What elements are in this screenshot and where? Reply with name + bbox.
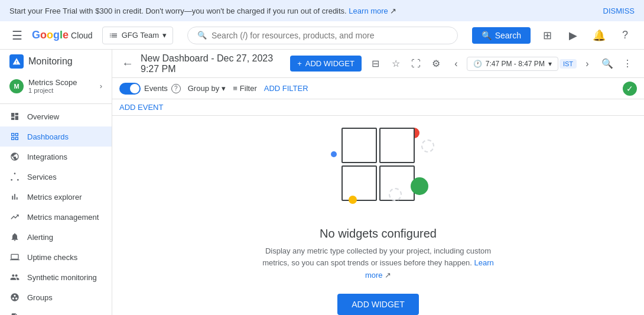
group-by-button[interactable]: Group by ▾ — [188, 84, 226, 93]
monitoring-icon — [9, 54, 24, 69]
status-check-icon: ✓ — [623, 82, 637, 96]
sidebar-item-synthetic-monitoring[interactable]: Synthetic monitoring — [0, 267, 112, 287]
widget-box-2 — [379, 128, 415, 163]
add-filter-button[interactable]: ADD FILTER — [264, 84, 308, 93]
sidebar-item-uptime-checks[interactable]: Uptime checks — [0, 247, 112, 267]
events-bar: Events ? Group by ▾ ≡ Filter ADD FILTER … — [112, 78, 644, 99]
fullscreen-icon[interactable]: ⛶ — [406, 54, 425, 73]
sidebar-item-label: Services — [27, 173, 57, 181]
add-event-bar: ADD EVENT — [112, 99, 644, 116]
dashboard-toolbar: ← New Dashboard - Dec 27, 2023 9:27 PM +… — [112, 50, 644, 78]
metrics-scope-text: Metrics Scope 1 project — [28, 78, 77, 94]
apps-icon[interactable]: ⊞ — [535, 24, 559, 47]
sidebar-item-metrics-management[interactable]: Metrics management — [0, 207, 112, 227]
next-icon[interactable]: › — [578, 54, 597, 73]
svg-point-0 — [14, 173, 16, 174]
empty-state-illustration — [319, 116, 437, 213]
metrics-explorer-icon — [9, 191, 20, 202]
filter-button[interactable]: ≡ Filter — [233, 84, 256, 93]
events-help-icon[interactable]: ? — [171, 84, 181, 93]
sidebar-item-overview[interactable]: Overview — [0, 106, 112, 126]
prev-icon[interactable]: ‹ — [447, 54, 466, 73]
groups-icon — [9, 292, 20, 303]
app-bar: ☰ Google Cloud GFG Team ▾ 🔍 🔍 Search ⊞ ▶… — [0, 21, 644, 50]
synthetic-monitoring-icon — [9, 272, 20, 282]
sidebar-item-label: Uptime checks — [27, 253, 77, 262]
events-toggle-switch[interactable] — [119, 83, 141, 95]
events-toggle: Events ? — [119, 83, 181, 95]
main-layout: Monitoring M Metrics Scope 1 project › O… — [0, 50, 644, 315]
zoom-icon[interactable]: 🔍 — [598, 54, 617, 73]
green-dot — [411, 177, 428, 195]
notification-icon[interactable]: 🔔 — [587, 24, 611, 47]
uptime-checks-icon — [9, 252, 20, 262]
outline-dot-1 — [421, 139, 434, 152]
release-notes-icon — [9, 312, 20, 315]
metrics-scope-left: M Metrics Scope 1 project — [9, 78, 77, 94]
dismiss-button[interactable]: DISMISS — [603, 7, 635, 15]
toggle-knob — [130, 84, 139, 93]
sidebar-item-label: Alerting — [27, 233, 53, 242]
search-button[interactable]: 🔍 Search — [472, 27, 531, 44]
sidebar-item-label: Metrics management — [27, 213, 99, 222]
sidebar-item-label: Release Notes — [27, 313, 77, 316]
sidebar-item-label: Groups — [27, 293, 53, 302]
main-content: ← New Dashboard - Dec 27, 2023 9:27 PM +… — [112, 50, 644, 315]
timezone-badge: IST — [560, 59, 577, 69]
filter-icon: ≡ — [233, 84, 238, 93]
sidebar: Monitoring M Metrics Scope 1 project › O… — [0, 50, 112, 315]
learn-more-link[interactable]: Learn more — [349, 7, 388, 15]
chevron-right-icon: › — [100, 82, 102, 90]
sidebar-item-dashboards[interactable]: Dashboards — [0, 126, 112, 147]
sidebar-item-services[interactable]: Services — [0, 167, 112, 187]
sidebar-item-label: Synthetic monitoring — [27, 273, 97, 282]
sidebar-item-integrations[interactable]: Integrations — [0, 147, 112, 167]
chevron-down-icon: ▾ — [548, 60, 552, 68]
add-widget-button[interactable]: + ADD WIDGET — [290, 56, 362, 72]
time-range-value: 7:47 PM - 8:47 PM — [486, 60, 545, 68]
sidebar-item-metrics-explorer[interactable]: Metrics explorer — [0, 187, 112, 207]
plus-icon: + — [297, 59, 302, 68]
metrics-scope-section: M Metrics Scope 1 project › — [0, 71, 112, 104]
app-bar-icons: ⊞ ▶ 🔔 ? — [535, 24, 637, 47]
layout-icon[interactable]: ⊟ — [366, 54, 385, 73]
widget-box-3 — [341, 165, 377, 201]
svg-point-1 — [11, 179, 12, 181]
metrics-management-icon — [9, 212, 20, 222]
sidebar-item-release-notes[interactable]: Release Notes — [0, 307, 112, 315]
outline-dot-2 — [389, 188, 402, 201]
more-icon[interactable]: ⋮ — [618, 54, 637, 73]
sidebar-item-alerting[interactable]: Alerting — [0, 227, 112, 247]
hamburger-icon[interactable]: ☰ — [7, 24, 27, 47]
events-label: Events — [144, 84, 168, 93]
dashboard-title: New Dashboard - Dec 27, 2023 9:27 PM — [141, 53, 285, 74]
shell-icon[interactable]: ▶ — [561, 24, 585, 47]
alerting-icon — [9, 232, 20, 242]
add-event-link[interactable]: ADD EVENT — [119, 103, 163, 112]
star-icon[interactable]: ☆ — [386, 54, 405, 73]
sidebar-item-groups[interactable]: Groups — [0, 287, 112, 307]
settings-icon[interactable]: ⚙ — [427, 54, 445, 73]
integrations-icon — [9, 151, 20, 162]
metrics-scope-item[interactable]: M Metrics Scope 1 project › — [5, 73, 107, 99]
chevron-down-icon: ▾ — [222, 84, 226, 93]
toolbar-icons: ⊟ ☆ ⛶ ⚙ ‹ 🕐 7:47 PM - 8:47 PM ▾ IST › 🔍 … — [366, 54, 637, 73]
banner-text: Start your Free Trial with $300 in credi… — [9, 7, 396, 15]
search-bar: 🔍 — [187, 27, 458, 44]
metrics-scope-title: Metrics Scope — [28, 78, 77, 87]
search-icon: 🔍 — [197, 31, 207, 40]
search-button-icon: 🔍 — [482, 31, 492, 40]
empty-add-widget-button[interactable]: ADD WIDGET — [337, 294, 418, 315]
search-input[interactable] — [212, 31, 448, 40]
back-button[interactable]: ← — [119, 54, 136, 73]
sidebar-item-label: Integrations — [27, 152, 67, 161]
google-cloud-logo: Google Cloud — [32, 29, 93, 41]
project-selector[interactable]: GFG Team ▾ — [102, 27, 173, 44]
yellow-dot — [349, 196, 357, 204]
empty-state: No widgets configured Display any metric… — [112, 116, 644, 315]
metrics-scope-avatar: M — [9, 79, 24, 93]
time-range-selector[interactable]: 🕐 7:47 PM - 8:47 PM ▾ — [467, 57, 558, 71]
widget-box-1 — [341, 128, 377, 163]
help-icon[interactable]: ? — [613, 24, 637, 47]
dashboards-icon — [9, 131, 20, 142]
